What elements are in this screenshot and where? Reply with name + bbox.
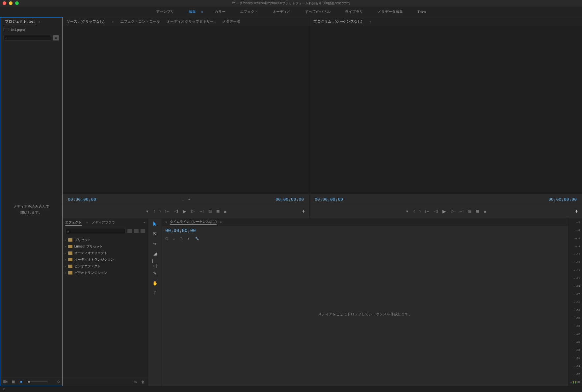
- timeline-timecode[interactable]: 00;00;00;00: [165, 228, 196, 233]
- ws-titles[interactable]: Titles: [415, 9, 429, 15]
- prog-mark-out-icon[interactable]: }: [419, 209, 421, 213]
- effects-node-presets[interactable]: ›プリセット: [63, 237, 148, 243]
- prog-play-icon[interactable]: ▶: [442, 209, 446, 214]
- step-forward-icon[interactable]: |▷: [191, 209, 195, 213]
- ws-edit[interactable]: 編集: [186, 8, 198, 15]
- effects-search-input[interactable]: ⌕: [65, 228, 125, 234]
- source-tc-out[interactable]: 00;00;00;00: [276, 197, 304, 202]
- razor-tool-icon[interactable]: ◢: [152, 250, 158, 256]
- ws-menu-icon[interactable]: ≡: [201, 10, 203, 13]
- rate-stretch-tool-icon[interactable]: |↔|: [152, 260, 158, 266]
- program-tab[interactable]: プログラム : (シーケンスなし): [313, 18, 362, 25]
- project-tab[interactable]: プロジェクト: test: [4, 18, 36, 25]
- trash-icon[interactable]: 🗑: [141, 380, 145, 384]
- linked-selection-icon[interactable]: ⌂: [173, 237, 175, 240]
- mark-out-icon[interactable]: }: [159, 209, 161, 213]
- prog-step-forward-icon[interactable]: |▷: [451, 209, 454, 213]
- timeline-drop-zone[interactable]: メディアをここにドロップしてシーケンスを作成します。: [162, 242, 568, 386]
- prog-step-back-icon[interactable]: ◁|: [434, 209, 438, 213]
- fullscreen-icon[interactable]: [15, 1, 19, 5]
- wrench-icon[interactable]: 🔧: [195, 237, 199, 240]
- new-bin-button[interactable]: ▣: [53, 35, 59, 40]
- ws-assembly[interactable]: アセンブリ: [153, 8, 177, 15]
- prog-go-to-in-icon[interactable]: |←: [425, 209, 430, 213]
- source-tc-in[interactable]: 00;00;00;00: [68, 197, 96, 202]
- prog-add-button-icon[interactable]: +: [575, 208, 578, 214]
- ws-color[interactable]: カラー: [212, 8, 228, 15]
- prog-extract-icon[interactable]: ▦: [476, 209, 479, 213]
- prog-mark-in-icon[interactable]: {: [413, 209, 415, 213]
- marker-opt-icon[interactable]: ▢: [179, 237, 182, 240]
- timeline-menu-icon[interactable]: ≡: [220, 221, 222, 224]
- effects-node-video-trans[interactable]: ›ビデオトランジション: [63, 270, 148, 276]
- prog-camera-icon[interactable]: ◙: [484, 209, 486, 213]
- project-empty-state[interactable]: メディアを読み込んで 開始します。: [0, 42, 62, 377]
- program-tc-in[interactable]: 00;00;00;00: [315, 197, 343, 202]
- timeline-close-icon[interactable]: ×: [165, 221, 167, 224]
- insert-icon[interactable]: ▥: [208, 209, 212, 213]
- cloud-sync-icon[interactable]: ⟳: [3, 387, 5, 391]
- source-tab[interactable]: ソース : (クリップなし): [66, 18, 105, 25]
- new-bin-icon[interactable]: ▭: [133, 380, 137, 384]
- ws-effects[interactable]: エフェクト: [237, 8, 261, 15]
- hand-tool-icon[interactable]: ✋: [152, 280, 158, 286]
- timeline-tab[interactable]: タイムライン: (シーケンスなし): [170, 220, 217, 225]
- accelerated-badge-icon[interactable]: [127, 229, 132, 233]
- camera-icon[interactable]: ◙: [224, 209, 226, 213]
- 32bit-badge-icon[interactable]: [134, 229, 139, 233]
- status-bar: ⟳: [0, 386, 582, 392]
- mark-in-icon[interactable]: {: [154, 209, 155, 213]
- effects-node-audio-fx[interactable]: ›オーディオエフェクト: [63, 250, 148, 256]
- program-viewer[interactable]: [309, 26, 582, 194]
- program-menu-icon[interactable]: ≡: [370, 20, 371, 23]
- type-tool-icon[interactable]: T: [152, 290, 158, 296]
- selection-tool-icon[interactable]: [152, 221, 158, 227]
- panel-menu-icon[interactable]: ≡: [39, 20, 40, 23]
- tag-icon[interactable]: ▼: [187, 237, 190, 240]
- list-view-icon[interactable]: ☰≡: [3, 380, 8, 384]
- close-icon[interactable]: [3, 1, 6, 5]
- ripple-tool-icon[interactable]: ⇹: [152, 241, 158, 247]
- icon-view-icon[interactable]: ■: [19, 380, 23, 384]
- effects-menu-icon[interactable]: ≡: [86, 221, 88, 224]
- freeform-view-icon[interactable]: ▦: [11, 380, 15, 384]
- snap-icon[interactable]: ⌬: [165, 237, 168, 240]
- resolution-icon[interactable]: ⇥: [188, 197, 190, 201]
- ws-metadata[interactable]: メタデータ編集: [375, 8, 406, 15]
- effects-node-video-fx[interactable]: ›ビデオエフェクト: [63, 263, 148, 270]
- play-icon[interactable]: ▶: [183, 209, 186, 214]
- source-viewer[interactable]: [63, 26, 309, 194]
- slip-tool-icon[interactable]: ✎: [152, 270, 158, 276]
- media-browser-tab[interactable]: メディアブラウ: [92, 220, 115, 226]
- add-marker-icon[interactable]: ▼: [146, 209, 149, 213]
- go-to-in-icon[interactable]: |←: [165, 209, 170, 213]
- minimize-icon[interactable]: [9, 1, 13, 5]
- audio-clip-mixer-tab[interactable]: オーディオクリップミキサー :: [167, 18, 216, 25]
- timeline-panel: × タイムライン: (シーケンスなし) ≡ 00;00;00;00 ⌬ ⌂ ▢ …: [162, 218, 568, 386]
- project-search-input[interactable]: ⌕: [4, 35, 51, 41]
- prog-lift-icon[interactable]: ▥: [468, 209, 471, 213]
- program-transport: ▼ { } |← ◁| ▶ |▷ →| ▥ ▦ ◙ +: [309, 204, 582, 218]
- ws-library[interactable]: ライブラリ: [342, 8, 366, 15]
- program-tc-out[interactable]: 00;00;00;00: [548, 197, 577, 202]
- track-select-tool-icon[interactable]: ⇱: [152, 231, 158, 237]
- source-menu-icon[interactable]: ≡: [112, 20, 114, 23]
- add-button-icon[interactable]: +: [302, 208, 305, 214]
- yuv-badge-icon[interactable]: [141, 229, 145, 233]
- effects-node-audio-trans[interactable]: ›オーディオトランジション: [63, 256, 148, 263]
- step-back-icon[interactable]: ◁|: [174, 209, 178, 213]
- more-tabs-icon[interactable]: »: [144, 221, 145, 224]
- source-panel: ソース : (クリップなし) ≡ エフェクトコントロール オーディオクリップミキ…: [63, 17, 309, 218]
- ws-all-panels[interactable]: すべてのパネル: [303, 8, 333, 15]
- effect-controls-tab[interactable]: エフェクトコントロール: [120, 18, 160, 25]
- prog-go-to-out-icon[interactable]: →|: [459, 209, 463, 213]
- ws-audio[interactable]: オーディオ: [270, 8, 293, 15]
- fit-icon[interactable]: ▭: [181, 197, 184, 201]
- effects-tab[interactable]: エフェクト: [65, 220, 82, 226]
- zoom-slider[interactable]: [28, 381, 48, 382]
- metadata-tab[interactable]: メタデータ: [222, 18, 240, 25]
- effects-node-lumetri[interactable]: ›Lumetri プリセット: [63, 243, 148, 250]
- go-to-out-icon[interactable]: →|: [199, 209, 204, 213]
- overwrite-icon[interactable]: ▦: [216, 209, 220, 213]
- prog-add-marker-icon[interactable]: ▼: [405, 209, 409, 213]
